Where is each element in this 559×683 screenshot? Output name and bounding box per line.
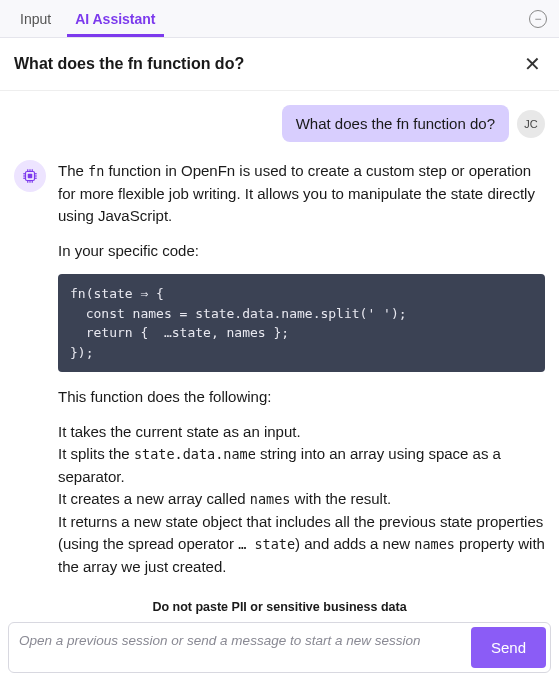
svg-rect-1 (28, 174, 33, 179)
inline-code: fn (88, 163, 104, 179)
chat-scroll-area[interactable]: What does the fn function do? JC The fn … (0, 91, 559, 594)
ai-explanation-lines: It takes the current state as an input. … (58, 421, 545, 579)
thread-header: What does the fn function do? ✕ (0, 38, 559, 91)
inline-code: names (414, 536, 455, 552)
ai-paragraph: This operation effectively adds a new na… (58, 590, 545, 594)
thread-title: What does the fn function do? (14, 55, 520, 73)
composer-wrap: Send (0, 616, 559, 677)
user-avatar: JC (517, 110, 545, 138)
tab-ai-assistant[interactable]: AI Assistant (67, 1, 163, 37)
send-button[interactable]: Send (471, 627, 546, 668)
inline-code: state.data.name (134, 446, 256, 462)
tab-input[interactable]: Input (12, 1, 59, 37)
close-icon[interactable]: ✕ (520, 50, 545, 78)
user-message-row: What does the fn function do? JC (14, 105, 545, 142)
ai-paragraph: In your specific code: (58, 240, 545, 263)
tabs: Input AI Assistant (12, 1, 164, 37)
message-input[interactable] (19, 629, 463, 667)
ai-paragraph: The fn function in OpenFn is used to cre… (58, 160, 545, 228)
ai-message-row: The fn function in OpenFn is used to cre… (14, 160, 545, 594)
footer-links: About the AI Assistant OpenFn Responsibl… (0, 677, 559, 683)
ai-paragraph: This function does the following: (58, 386, 545, 409)
top-tab-bar: Input AI Assistant − (0, 0, 559, 38)
ai-avatar-icon (14, 160, 46, 192)
user-message-bubble: What does the fn function do? (282, 105, 509, 142)
pii-warning: Do not paste PII or sensitive business d… (0, 594, 559, 616)
collapse-icon[interactable]: − (529, 10, 547, 28)
code-block: fn(state ⇒ { const names = state.data.na… (58, 274, 545, 372)
inline-code: names (309, 593, 350, 594)
composer: Send (8, 622, 551, 673)
inline-code: … state (238, 536, 295, 552)
inline-code: names (250, 491, 291, 507)
ai-message-body: The fn function in OpenFn is used to cre… (58, 160, 545, 594)
